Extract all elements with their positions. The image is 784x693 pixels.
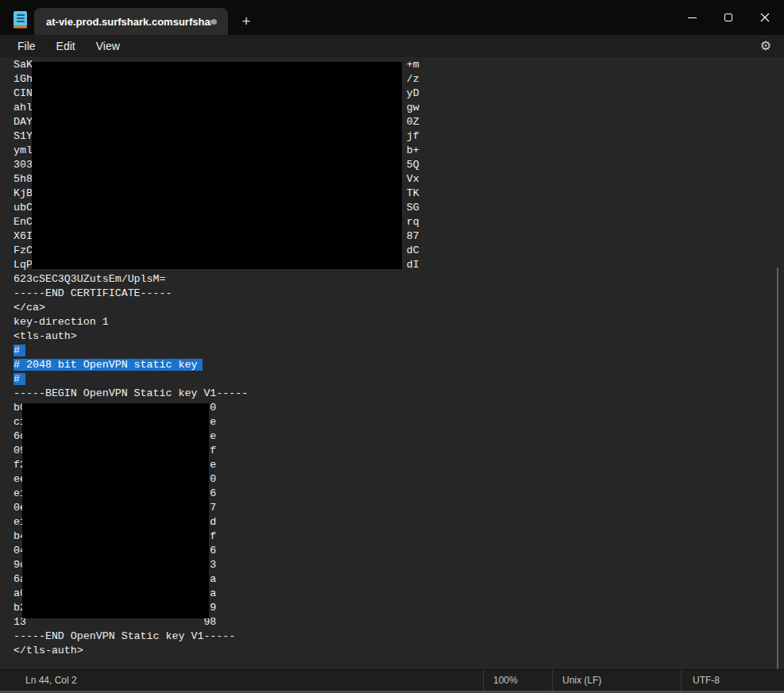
line-ending-label: Unix (LF) [552,670,681,691]
editor-line: # [14,344,784,358]
cursor-position-label: Ln 44, Col 2 [0,670,483,691]
window-controls [674,0,783,35]
menubar: File Edit View ⚙ [0,35,784,57]
selected-text: # 2048 bit OpenVPN static key [14,359,203,371]
titlebar: at-vie.prod.surfshark.comsurfshark + [0,0,784,35]
selected-text: # [14,373,25,385]
notepad-app-icon [14,11,27,29]
tab-title: at-vie.prod.surfshark.comsurfshark [46,16,211,28]
editor-line: <tls-auth> [14,329,784,344]
encoding-label: UTF-8 [681,670,784,691]
unsaved-indicator-dot [211,19,217,25]
vertical-scrollbar-thumb[interactable] [777,268,778,671]
selected-text: # [14,345,25,356]
statusbar: Ln 44, Col 2 100% Unix (LF) UTF-8 [0,669,784,693]
maximize-button[interactable] [710,0,747,35]
tab-document[interactable]: at-vie.prod.surfshark.comsurfshark [34,8,228,35]
menu-file[interactable]: File [9,37,44,55]
menu-edit[interactable]: Edit [48,37,84,55]
editor-line: </tls-auth> [14,644,784,658]
notepad-window: at-vie.prod.surfshark.comsurfshark + Fil… [0,0,784,693]
editor-line: -----BEGIN OpenVPN Static key V1----- [14,387,784,401]
maximize-icon [724,13,732,21]
zoom-level-label: 100% [483,670,552,691]
redaction-box-static-key [22,403,209,618]
settings-gear-icon[interactable]: ⚙ [760,40,771,52]
editor-line: # [14,372,784,387]
editor-line: # 2048 bit OpenVPN static key [14,358,784,372]
editor-line: -----END CERTIFICATE----- [14,287,784,301]
editor-line: 623cSEC3Q3UZutsEm/UplsM= [14,272,784,287]
redaction-box-certificate [32,62,402,269]
new-tab-button[interactable]: + [235,10,257,33]
close-button[interactable] [747,0,783,35]
menu-view[interactable]: View [87,37,129,55]
close-icon [760,13,770,22]
editor-line: key-direction 1 [14,315,784,329]
editor-line: -----END OpenVPN Static key V1----- [14,629,784,644]
minimize-icon [688,17,697,18]
editor-line: </ca> [14,301,784,315]
minimize-button[interactable] [674,0,710,35]
